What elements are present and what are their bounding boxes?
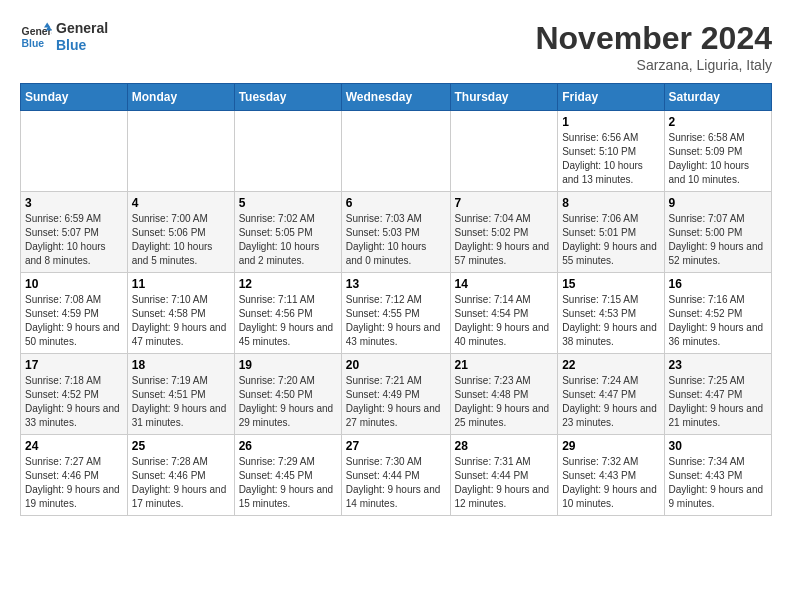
logo-line2: Blue bbox=[56, 37, 108, 54]
day-info: Sunrise: 6:56 AMSunset: 5:10 PMDaylight:… bbox=[562, 131, 659, 187]
day-info: Sunrise: 7:29 AMSunset: 4:45 PMDaylight:… bbox=[239, 455, 337, 511]
weekday-tuesday: Tuesday bbox=[234, 84, 341, 111]
calendar-cell: 12Sunrise: 7:11 AMSunset: 4:56 PMDayligh… bbox=[234, 273, 341, 354]
calendar-cell: 2Sunrise: 6:58 AMSunset: 5:09 PMDaylight… bbox=[664, 111, 771, 192]
calendar-body: 1Sunrise: 6:56 AMSunset: 5:10 PMDaylight… bbox=[21, 111, 772, 516]
day-number: 12 bbox=[239, 277, 337, 291]
calendar-cell: 30Sunrise: 7:34 AMSunset: 4:43 PMDayligh… bbox=[664, 435, 771, 516]
calendar-cell: 26Sunrise: 7:29 AMSunset: 4:45 PMDayligh… bbox=[234, 435, 341, 516]
day-number: 2 bbox=[669, 115, 767, 129]
day-info: Sunrise: 7:02 AMSunset: 5:05 PMDaylight:… bbox=[239, 212, 337, 268]
weekday-saturday: Saturday bbox=[664, 84, 771, 111]
day-number: 20 bbox=[346, 358, 446, 372]
day-info: Sunrise: 7:32 AMSunset: 4:43 PMDaylight:… bbox=[562, 455, 659, 511]
calendar-cell: 11Sunrise: 7:10 AMSunset: 4:58 PMDayligh… bbox=[127, 273, 234, 354]
weekday-sunday: Sunday bbox=[21, 84, 128, 111]
weekday-monday: Monday bbox=[127, 84, 234, 111]
calendar-cell: 21Sunrise: 7:23 AMSunset: 4:48 PMDayligh… bbox=[450, 354, 558, 435]
calendar-cell: 15Sunrise: 7:15 AMSunset: 4:53 PMDayligh… bbox=[558, 273, 664, 354]
day-info: Sunrise: 6:59 AMSunset: 5:07 PMDaylight:… bbox=[25, 212, 123, 268]
day-info: Sunrise: 7:14 AMSunset: 4:54 PMDaylight:… bbox=[455, 293, 554, 349]
month-title: November 2024 bbox=[535, 20, 772, 57]
day-info: Sunrise: 7:10 AMSunset: 4:58 PMDaylight:… bbox=[132, 293, 230, 349]
day-number: 14 bbox=[455, 277, 554, 291]
calendar-cell: 6Sunrise: 7:03 AMSunset: 5:03 PMDaylight… bbox=[341, 192, 450, 273]
day-number: 27 bbox=[346, 439, 446, 453]
day-info: Sunrise: 7:18 AMSunset: 4:52 PMDaylight:… bbox=[25, 374, 123, 430]
day-number: 9 bbox=[669, 196, 767, 210]
week-row-5: 24Sunrise: 7:27 AMSunset: 4:46 PMDayligh… bbox=[21, 435, 772, 516]
day-info: Sunrise: 7:24 AMSunset: 4:47 PMDaylight:… bbox=[562, 374, 659, 430]
calendar-cell: 10Sunrise: 7:08 AMSunset: 4:59 PMDayligh… bbox=[21, 273, 128, 354]
calendar-cell: 22Sunrise: 7:24 AMSunset: 4:47 PMDayligh… bbox=[558, 354, 664, 435]
weekday-thursday: Thursday bbox=[450, 84, 558, 111]
day-info: Sunrise: 7:04 AMSunset: 5:02 PMDaylight:… bbox=[455, 212, 554, 268]
day-number: 5 bbox=[239, 196, 337, 210]
svg-marker-2 bbox=[44, 22, 50, 27]
day-number: 11 bbox=[132, 277, 230, 291]
day-info: Sunrise: 7:34 AMSunset: 4:43 PMDaylight:… bbox=[669, 455, 767, 511]
calendar-cell: 9Sunrise: 7:07 AMSunset: 5:00 PMDaylight… bbox=[664, 192, 771, 273]
day-number: 21 bbox=[455, 358, 554, 372]
day-number: 16 bbox=[669, 277, 767, 291]
logo-line1: General bbox=[56, 20, 108, 37]
svg-text:Blue: Blue bbox=[22, 37, 45, 48]
day-info: Sunrise: 7:06 AMSunset: 5:01 PMDaylight:… bbox=[562, 212, 659, 268]
day-info: Sunrise: 7:30 AMSunset: 4:44 PMDaylight:… bbox=[346, 455, 446, 511]
day-info: Sunrise: 7:03 AMSunset: 5:03 PMDaylight:… bbox=[346, 212, 446, 268]
day-info: Sunrise: 7:16 AMSunset: 4:52 PMDaylight:… bbox=[669, 293, 767, 349]
day-number: 8 bbox=[562, 196, 659, 210]
day-info: Sunrise: 7:25 AMSunset: 4:47 PMDaylight:… bbox=[669, 374, 767, 430]
day-number: 22 bbox=[562, 358, 659, 372]
day-number: 4 bbox=[132, 196, 230, 210]
day-info: Sunrise: 7:27 AMSunset: 4:46 PMDaylight:… bbox=[25, 455, 123, 511]
day-info: Sunrise: 7:21 AMSunset: 4:49 PMDaylight:… bbox=[346, 374, 446, 430]
calendar-cell: 19Sunrise: 7:20 AMSunset: 4:50 PMDayligh… bbox=[234, 354, 341, 435]
calendar-cell: 1Sunrise: 6:56 AMSunset: 5:10 PMDaylight… bbox=[558, 111, 664, 192]
day-number: 17 bbox=[25, 358, 123, 372]
calendar-cell: 4Sunrise: 7:00 AMSunset: 5:06 PMDaylight… bbox=[127, 192, 234, 273]
calendar-cell: 5Sunrise: 7:02 AMSunset: 5:05 PMDaylight… bbox=[234, 192, 341, 273]
calendar-cell: 17Sunrise: 7:18 AMSunset: 4:52 PMDayligh… bbox=[21, 354, 128, 435]
calendar-cell: 24Sunrise: 7:27 AMSunset: 4:46 PMDayligh… bbox=[21, 435, 128, 516]
calendar-cell: 29Sunrise: 7:32 AMSunset: 4:43 PMDayligh… bbox=[558, 435, 664, 516]
day-info: Sunrise: 7:11 AMSunset: 4:56 PMDaylight:… bbox=[239, 293, 337, 349]
week-row-1: 1Sunrise: 6:56 AMSunset: 5:10 PMDaylight… bbox=[21, 111, 772, 192]
day-info: Sunrise: 7:31 AMSunset: 4:44 PMDaylight:… bbox=[455, 455, 554, 511]
day-info: Sunrise: 7:08 AMSunset: 4:59 PMDaylight:… bbox=[25, 293, 123, 349]
day-info: Sunrise: 7:19 AMSunset: 4:51 PMDaylight:… bbox=[132, 374, 230, 430]
day-number: 7 bbox=[455, 196, 554, 210]
calendar-cell bbox=[341, 111, 450, 192]
day-number: 26 bbox=[239, 439, 337, 453]
title-section: November 2024 Sarzana, Liguria, Italy bbox=[535, 20, 772, 73]
day-number: 30 bbox=[669, 439, 767, 453]
weekday-header-row: SundayMondayTuesdayWednesdayThursdayFrid… bbox=[21, 84, 772, 111]
day-number: 1 bbox=[562, 115, 659, 129]
day-number: 28 bbox=[455, 439, 554, 453]
week-row-2: 3Sunrise: 6:59 AMSunset: 5:07 PMDaylight… bbox=[21, 192, 772, 273]
calendar-cell: 28Sunrise: 7:31 AMSunset: 4:44 PMDayligh… bbox=[450, 435, 558, 516]
weekday-friday: Friday bbox=[558, 84, 664, 111]
logo-text: General Blue bbox=[56, 20, 108, 54]
day-number: 19 bbox=[239, 358, 337, 372]
day-number: 25 bbox=[132, 439, 230, 453]
day-number: 13 bbox=[346, 277, 446, 291]
calendar-cell: 27Sunrise: 7:30 AMSunset: 4:44 PMDayligh… bbox=[341, 435, 450, 516]
day-number: 29 bbox=[562, 439, 659, 453]
day-number: 3 bbox=[25, 196, 123, 210]
calendar-cell bbox=[450, 111, 558, 192]
calendar-table: SundayMondayTuesdayWednesdayThursdayFrid… bbox=[20, 83, 772, 516]
calendar-cell: 3Sunrise: 6:59 AMSunset: 5:07 PMDaylight… bbox=[21, 192, 128, 273]
calendar-cell: 23Sunrise: 7:25 AMSunset: 4:47 PMDayligh… bbox=[664, 354, 771, 435]
calendar-cell: 13Sunrise: 7:12 AMSunset: 4:55 PMDayligh… bbox=[341, 273, 450, 354]
calendar-cell: 18Sunrise: 7:19 AMSunset: 4:51 PMDayligh… bbox=[127, 354, 234, 435]
day-info: Sunrise: 7:15 AMSunset: 4:53 PMDaylight:… bbox=[562, 293, 659, 349]
calendar-cell bbox=[127, 111, 234, 192]
week-row-4: 17Sunrise: 7:18 AMSunset: 4:52 PMDayligh… bbox=[21, 354, 772, 435]
calendar-header: SundayMondayTuesdayWednesdayThursdayFrid… bbox=[21, 84, 772, 111]
calendar-cell bbox=[21, 111, 128, 192]
day-info: Sunrise: 7:00 AMSunset: 5:06 PMDaylight:… bbox=[132, 212, 230, 268]
logo-icon: General Blue bbox=[20, 21, 52, 53]
logo: General Blue General Blue bbox=[20, 20, 108, 54]
day-number: 15 bbox=[562, 277, 659, 291]
